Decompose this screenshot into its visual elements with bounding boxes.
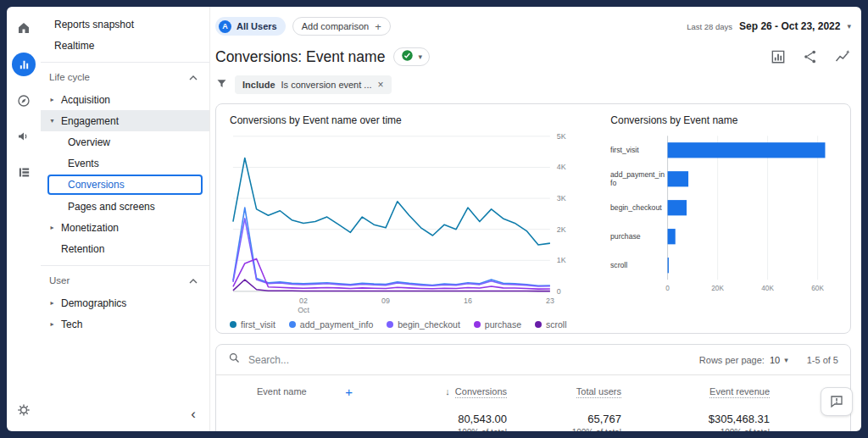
legend-label: scroll	[546, 319, 567, 330]
filter-bar: Include Is conversion event ... ×	[215, 75, 851, 95]
svg-text:first_visit: first_visit	[610, 146, 639, 154]
close-icon[interactable]: ×	[378, 79, 384, 91]
chevron-down-icon: ▾	[47, 117, 57, 125]
comparison-bar: A All Users Add comparison + Last 28 day…	[215, 15, 851, 37]
library-icon[interactable]	[13, 161, 35, 183]
feedback-button[interactable]	[821, 387, 853, 416]
svg-text:begin_checkout: begin_checkout	[610, 203, 662, 212]
search-icon	[228, 352, 241, 368]
svg-text:3K: 3K	[557, 194, 566, 202]
svg-text:40K: 40K	[762, 285, 775, 292]
reports-icon[interactable]	[12, 53, 36, 76]
date-range-label: Last 28 days	[687, 22, 732, 31]
chevron-right-icon: ▸	[47, 224, 57, 231]
advertising-icon[interactable]	[13, 125, 35, 147]
rows-per-page-value: 10	[770, 355, 780, 365]
add-comparison-button[interactable]: Add comparison +	[292, 17, 391, 36]
main-content: A All Users Add comparison + Last 28 day…	[210, 7, 861, 431]
sidebar-section-user[interactable]: User	[41, 269, 209, 292]
legend-item: first_visit	[230, 319, 275, 330]
sidebar-item-pages-and-screens[interactable]: Pages and screens	[41, 196, 209, 217]
table-card: Rows per page: 10 ▾ 1-5 of 5 Event name …	[215, 344, 851, 431]
svg-text:23: 23	[546, 297, 554, 305]
legend-dot	[387, 321, 393, 328]
svg-text:1K: 1K	[557, 256, 566, 264]
sidebar-item-monetization[interactable]: ▸ Monetization	[41, 217, 209, 238]
sidebar-item-reports-snapshot[interactable]: Reports snapshot	[41, 14, 209, 35]
totals-conversions-cell: 80,543.00 100% of total	[371, 413, 507, 431]
plus-icon: +	[375, 20, 381, 33]
sidebar-item-tech[interactable]: ▸ Tech	[41, 313, 209, 335]
sidebar-divider	[41, 62, 209, 63]
column-header-event-name[interactable]: Event name +	[257, 385, 371, 399]
line-chart-panel: Conversions by Event name over time 5K4K…	[230, 114, 580, 330]
legend-label: begin_checkout	[398, 319, 460, 330]
rows-per-page-select[interactable]: 10 ▾	[770, 355, 788, 365]
legend-item: add_payment_info	[289, 319, 373, 330]
all-users-chip[interactable]: A All Users	[215, 17, 286, 36]
legend-label: add_payment_info	[300, 319, 373, 330]
pagination-controls: Rows per page: 10 ▾ 1-5 of 5	[699, 355, 838, 365]
sidebar-item-conversions[interactable]: Conversions	[47, 175, 203, 195]
column-header-total-users[interactable]: Total users	[507, 386, 621, 396]
sidebar-collapse-button[interactable]: ‹	[191, 407, 196, 421]
sidebar-item-realtime[interactable]: Realtime	[41, 35, 209, 56]
sidebar-item-acquisition[interactable]: ▸ Acquisition	[41, 89, 209, 110]
table-toolbar: Rows per page: 10 ▾ 1-5 of 5	[216, 345, 850, 375]
insights-icon[interactable]	[834, 48, 851, 65]
section-label: Life cycle	[49, 72, 90, 82]
report-actions	[770, 48, 851, 65]
sidebar-item-label: Conversions	[68, 179, 125, 191]
sidebar: Reports snapshot Realtime Life cycle ▸ A…	[41, 7, 210, 431]
customize-report-icon[interactable]	[770, 48, 787, 65]
legend-dot	[230, 321, 236, 328]
sidebar-item-retention[interactable]: Retention	[41, 238, 209, 259]
sidebar-item-label: Overview	[68, 136, 110, 148]
sidebar-item-events[interactable]: Events	[41, 152, 209, 174]
svg-text:02: 02	[299, 297, 308, 305]
share-icon[interactable]	[802, 48, 819, 65]
legend-item: begin_checkout	[387, 319, 460, 330]
totals-event-revenue-cell: $305,468.31 100% of total	[621, 413, 770, 431]
svg-text:Oct: Oct	[298, 306, 309, 314]
page-title: Conversions: Event name	[215, 48, 385, 66]
svg-text:purchase: purchase	[610, 232, 641, 241]
add-comparison-label: Add comparison	[302, 21, 370, 31]
filter-chip[interactable]: Include Is conversion event ... ×	[235, 75, 392, 94]
explore-icon[interactable]	[13, 90, 35, 112]
sidebar-item-engagement[interactable]: ▾ Engagement	[41, 110, 209, 131]
add-column-icon[interactable]: +	[345, 385, 353, 399]
svg-text:20K: 20K	[712, 285, 725, 292]
totals-total-users-cell: 65,767 100% of total	[507, 413, 621, 431]
filter-funnel-icon[interactable]	[215, 77, 228, 93]
search-input[interactable]	[248, 354, 692, 366]
date-range-selector[interactable]: Last 28 days Sep 26 - Oct 23, 2022 ▾	[687, 20, 851, 32]
report-header: Conversions: Event name ▾	[215, 45, 851, 69]
filter-condition: Is conversion event ...	[281, 80, 372, 90]
column-label: Total users	[576, 386, 621, 398]
totals-percent: 100% of total	[371, 428, 507, 431]
sidebar-section-life-cycle[interactable]: Life cycle	[41, 65, 209, 89]
sidebar-item-label: Engagement	[61, 115, 119, 127]
chevron-right-icon: ▸	[47, 320, 57, 328]
sidebar-item-demographics[interactable]: ▸ Demographics	[41, 292, 209, 313]
home-icon[interactable]	[13, 17, 35, 39]
sidebar-item-overview[interactable]: Overview	[41, 131, 209, 152]
column-header-event-revenue[interactable]: Event revenue	[621, 386, 770, 396]
sidebar-item-label: Reports snapshot	[54, 19, 134, 30]
bar-chart-title: Conversions by Event name	[610, 114, 837, 126]
chevron-right-icon: ▸	[47, 299, 57, 307]
legend-dot	[535, 321, 542, 328]
column-header-conversions[interactable]: ↓ Conversions	[371, 386, 507, 396]
sidebar-item-label: Acquisition	[61, 94, 110, 106]
line-chart-legend: first_visitadd_payment_infobegin_checkou…	[230, 319, 580, 330]
sidebar-item-label: Pages and screens	[68, 201, 155, 213]
sidebar-item-label: Retention	[61, 243, 104, 255]
conversion-status-dropdown[interactable]: ▾	[393, 47, 430, 66]
table-totals-row: 80,543.00 100% of total 65,767 100% of t…	[216, 408, 850, 431]
sidebar-item-label: Events	[68, 158, 99, 169]
sidebar-item-label: Demographics	[61, 297, 126, 309]
bar-chart-panel: Conversions by Event name 020K40K60Kfirs…	[610, 114, 837, 330]
column-label: Conversions	[455, 386, 507, 398]
settings-gear-icon[interactable]	[13, 399, 35, 421]
